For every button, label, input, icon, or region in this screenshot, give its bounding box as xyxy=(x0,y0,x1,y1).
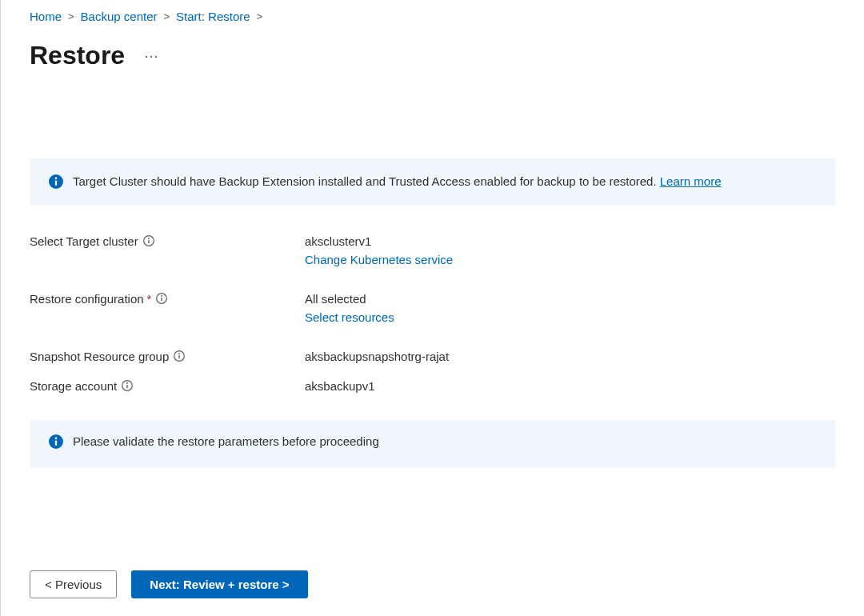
breadcrumb: Home > Backup center > Start: Restore > xyxy=(30,6,835,23)
svg-point-2 xyxy=(55,177,58,179)
previous-button[interactable]: < Previous xyxy=(30,570,117,598)
info-banner-validate: Please validate the restore parameters b… xyxy=(30,420,835,469)
storage-account-value: aksbackupv1 xyxy=(305,379,375,393)
next-review-restore-button[interactable]: Next: Review + restore > xyxy=(131,570,307,598)
learn-more-link[interactable]: Learn more xyxy=(660,174,722,188)
info-banner-text: Target Cluster should have Backup Extens… xyxy=(73,173,722,191)
svg-rect-10 xyxy=(179,355,180,358)
info-banner-target-cluster: Target Cluster should have Backup Extens… xyxy=(30,158,835,206)
chevron-right-icon: > xyxy=(68,10,74,22)
svg-rect-13 xyxy=(127,385,128,388)
chevron-right-icon: > xyxy=(257,10,263,22)
svg-point-5 xyxy=(148,238,150,239)
svg-point-17 xyxy=(55,437,58,439)
breadcrumb-home[interactable]: Home xyxy=(30,10,62,23)
page-title: Restore xyxy=(30,41,125,70)
info-icon[interactable] xyxy=(174,350,185,362)
required-indicator: * xyxy=(147,292,152,306)
restore-configuration-value: All selected xyxy=(305,292,394,306)
breadcrumb-backup-center[interactable]: Backup center xyxy=(81,10,158,23)
svg-point-14 xyxy=(126,382,128,384)
breadcrumb-start-restore[interactable]: Start: Restore xyxy=(176,10,250,23)
snapshot-resource-group-value: aksbackupsnapshotrg-rajat xyxy=(305,350,449,363)
restore-configuration-label: Restore configuration xyxy=(30,292,144,306)
snapshot-resource-group-label: Snapshot Resource group xyxy=(30,350,169,363)
svg-point-8 xyxy=(162,295,163,297)
svg-point-11 xyxy=(178,353,180,354)
info-icon xyxy=(49,434,63,449)
more-actions-icon[interactable]: ⋯ xyxy=(144,47,159,65)
svg-rect-4 xyxy=(148,240,149,243)
svg-rect-7 xyxy=(162,298,162,301)
info-icon[interactable] xyxy=(156,293,167,304)
storage-account-label: Storage account xyxy=(30,379,117,393)
chevron-right-icon: > xyxy=(164,10,170,22)
svg-rect-1 xyxy=(55,181,57,186)
target-cluster-label: Select Target cluster xyxy=(30,234,138,248)
select-resources-link[interactable]: Select resources xyxy=(305,310,394,324)
change-kubernetes-service-link[interactable]: Change Kubernetes service xyxy=(305,253,453,266)
svg-rect-16 xyxy=(55,440,57,445)
info-icon[interactable] xyxy=(143,235,154,246)
wizard-footer: < Previous Next: Review + restore > xyxy=(30,570,308,598)
info-icon[interactable] xyxy=(122,380,133,391)
info-banner-validate-text: Please validate the restore parameters b… xyxy=(73,434,379,448)
info-icon xyxy=(49,174,63,189)
target-cluster-value: aksclusterv1 xyxy=(305,234,453,248)
